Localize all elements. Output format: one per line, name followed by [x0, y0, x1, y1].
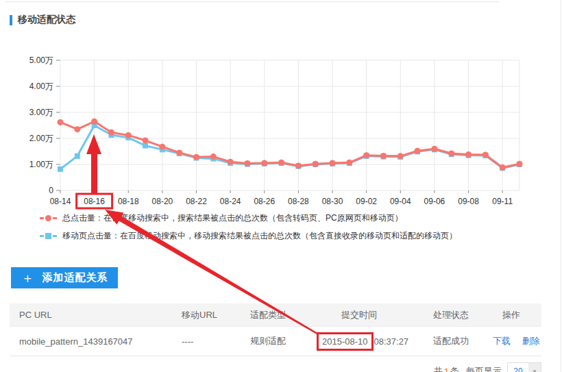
chart-legend: 总点击量：在百度移动搜索中，搜索结果被点击的总次数（包含转码页、PC原网页和移动… [40, 209, 457, 245]
legend-item-total-clicks: 总点击量：在百度移动搜索中，搜索结果被点击的总次数（包含转码页、PC原网页和移动… [40, 209, 457, 227]
plus-icon: ＋ [21, 271, 34, 284]
highlighted-date-box: 2015-08-10 [317, 332, 373, 351]
legend-item-mobile-clicks: 移动页点击量：在百度移动搜索中，移动搜索结果被点击的总次数（包含直接收录的移动页… [40, 227, 457, 245]
header-actions: 操作 [493, 309, 541, 321]
svg-text:08-20: 08-20 [152, 197, 173, 206]
adaptation-table: PC URL 移动URL 适配类型 提交时间 处理状态 操作 mobile_pa… [10, 303, 541, 356]
cell-status: 适配成功 [424, 335, 493, 347]
svg-text:1.00万: 1.00万 [29, 160, 53, 169]
svg-text:08-18: 08-18 [118, 197, 139, 206]
cell-submit-time: 2015-08-10 08:37:27 [332, 332, 424, 351]
square-marker-icon [40, 233, 57, 239]
total-suffix: 条 [450, 365, 459, 372]
svg-text:09-11: 09-11 [492, 197, 513, 206]
svg-text:09-06: 09-06 [424, 197, 445, 206]
svg-text:08-28: 08-28 [288, 197, 309, 206]
table-row: mobile_pattern_1439167047 ---- 规则适配 2015… [10, 327, 541, 356]
svg-text:0: 0 [49, 186, 53, 195]
svg-text:08-24: 08-24 [220, 197, 241, 206]
cell-mobile-url: ---- [172, 336, 241, 347]
pagination-bar: 共 1 条 每页显示 20 ▾ [0, 362, 541, 372]
total-prefix: 共 [434, 365, 443, 372]
svg-text:08-16: 08-16 [84, 197, 105, 206]
svg-text:09-04: 09-04 [390, 197, 411, 206]
per-page-select[interactable]: 20 ▾ [507, 362, 541, 372]
header-pc-url: PC URL [10, 310, 172, 320]
svg-text:08-26: 08-26 [254, 197, 275, 206]
total-count: 1 [444, 367, 449, 372]
mobile-adaptation-page: 移动适配状态 01.00万2.00万3.00万4.00万5.00万08-1408… [0, 0, 588, 372]
add-button-label: 添加适配关系 [42, 271, 108, 284]
add-adaptation-button[interactable]: ＋ 添加适配关系 [11, 267, 118, 288]
delete-link[interactable]: 删除 [522, 336, 540, 346]
cell-pc-url: mobile_pattern_1439167047 [10, 336, 172, 347]
svg-text:5.00万: 5.00万 [29, 55, 53, 65]
svg-text:2.00万: 2.00万 [29, 134, 53, 143]
header-submit-time: 提交时间 [332, 309, 424, 321]
svg-text:08-14: 08-14 [50, 197, 71, 206]
svg-text:09-08: 09-08 [458, 197, 479, 206]
submit-time-text: 08:37:27 [374, 336, 409, 347]
per-page-label: 每页显示 [466, 365, 502, 372]
circle-marker-icon [40, 215, 57, 221]
svg-text:09-02: 09-02 [356, 197, 377, 206]
header-adapt-type: 适配类型 [241, 309, 332, 321]
table-header-row: PC URL 移动URL 适配类型 提交时间 处理状态 操作 [10, 303, 541, 327]
header-mobile-url: 移动URL [172, 309, 241, 321]
svg-text:08-22: 08-22 [186, 197, 207, 206]
per-page-value: 20 [508, 363, 528, 372]
legend-text: 总点击量：在百度移动搜索中，搜索结果被点击的总次数（包含转码页、PC原网页和移动… [62, 212, 403, 224]
chevron-down-icon: ▾ [528, 363, 541, 372]
header-status: 处理状态 [424, 309, 493, 321]
legend-text: 移动页点击量：在百度移动搜索中，移动搜索结果被点击的总次数（包含直接收录的移动页… [62, 230, 457, 242]
svg-text:08-30: 08-30 [322, 197, 343, 206]
svg-text:4.00万: 4.00万 [29, 82, 53, 91]
cell-actions: 下载 删除 [493, 335, 541, 347]
download-link[interactable]: 下载 [493, 336, 511, 346]
svg-text:3.00万: 3.00万 [29, 108, 53, 117]
